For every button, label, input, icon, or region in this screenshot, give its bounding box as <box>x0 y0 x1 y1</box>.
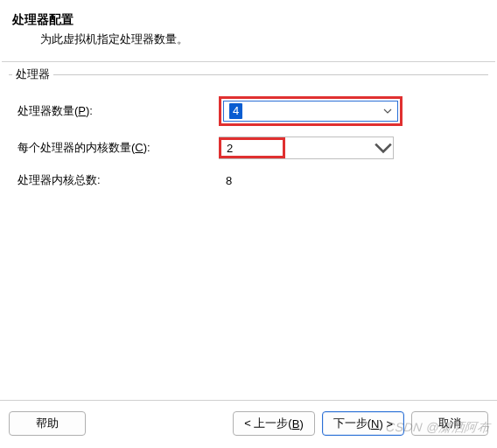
total-cores-value: 8 <box>219 174 232 187</box>
processor-count-select[interactable]: 4 <box>223 101 398 122</box>
label-accel: P <box>78 104 86 117</box>
label-text: ): <box>86 104 93 117</box>
row-processor-count: 处理器数量(P): 4 <box>9 91 488 131</box>
header-divider <box>2 61 495 62</box>
btn-text: ) > <box>379 417 393 430</box>
cores-per-processor-select[interactable]: 2 <box>219 136 394 159</box>
help-button[interactable]: 帮助 <box>9 411 86 436</box>
label-accel: C <box>135 141 143 154</box>
select-value: 4 <box>229 103 242 119</box>
chevron-down-icon <box>378 107 397 116</box>
group-legend: 处理器 <box>12 66 53 82</box>
row-total-cores: 处理器内核总数: 8 <box>9 164 488 196</box>
highlight-box: 4 <box>219 96 402 126</box>
btn-accel: B <box>292 417 300 430</box>
label-text: ): <box>144 141 150 154</box>
btn-text: 下一步( <box>333 416 371 431</box>
processors-group: 处理器 处理器数量(P): 4 每个处理器的内核数量(C): 2 <box>9 74 488 196</box>
select-value: 2 <box>227 142 233 155</box>
btn-text: < 上一步( <box>244 416 292 431</box>
label-total-cores: 处理器内核总数: <box>18 172 219 188</box>
label-processor-count: 处理器数量(P): <box>18 103 219 119</box>
label-cores-per-processor: 每个处理器的内核数量(C): <box>18 140 219 156</box>
btn-text: ) <box>299 417 303 430</box>
cancel-button[interactable]: 取消 <box>411 411 488 436</box>
header: 处理器配置 为此虚拟机指定处理器数量。 <box>0 0 497 56</box>
label-text: 每个处理器的内核数量( <box>18 141 135 154</box>
row-cores-per-processor: 每个处理器的内核数量(C): 2 <box>9 131 488 164</box>
footer: 帮助 < 上一步(B) 下一步(N) > 取消 <box>0 400 497 448</box>
chevron-down-icon <box>374 138 393 158</box>
page-subtitle: 为此虚拟机指定处理器数量。 <box>12 32 485 47</box>
btn-accel: N <box>371 417 379 430</box>
label-text: 处理器数量( <box>18 104 78 117</box>
back-button[interactable]: < 上一步(B) <box>233 411 315 436</box>
highlight-box: 2 <box>219 137 285 158</box>
page-title: 处理器配置 <box>12 12 485 28</box>
next-button[interactable]: 下一步(N) > <box>322 411 404 436</box>
